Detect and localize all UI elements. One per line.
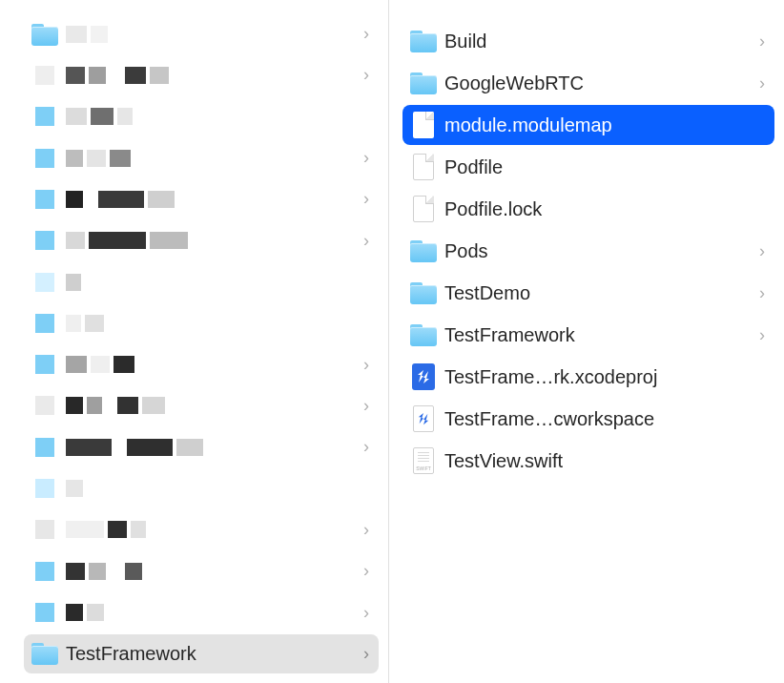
item-testframework[interactable]: TestFramework › bbox=[402, 315, 774, 355]
item-xcodeproj[interactable]: TestFrame…rk.xcodeproj bbox=[402, 357, 774, 397]
list-item-label: module.modulemap bbox=[444, 114, 765, 136]
folder-icon bbox=[30, 638, 60, 669]
folder-icon bbox=[408, 68, 439, 98]
list-item-label: TestFramework bbox=[444, 324, 753, 346]
item-podfile-lock[interactable]: Podfile.lock bbox=[402, 189, 774, 229]
list-item[interactable]: › bbox=[24, 510, 379, 549]
list-item-label: TestFramework bbox=[66, 643, 358, 665]
list-item-label: GoogleWebRTC bbox=[444, 72, 753, 94]
obscured-label bbox=[66, 563, 358, 580]
chevron-right-icon: › bbox=[753, 283, 765, 303]
folder-icon bbox=[30, 556, 60, 587]
swift-file-icon: SWIFT bbox=[408, 445, 439, 476]
obscured-label bbox=[66, 274, 369, 291]
obscured-label bbox=[66, 604, 358, 621]
obscured-label bbox=[66, 108, 369, 125]
list-item-label: Podfile bbox=[444, 156, 765, 178]
finder-columns: › › bbox=[0, 0, 784, 683]
chevron-right-icon: › bbox=[358, 603, 369, 623]
chevron-right-icon: › bbox=[358, 561, 369, 581]
list-item[interactable]: › bbox=[24, 345, 379, 384]
chevron-right-icon: › bbox=[753, 241, 765, 261]
folder-icon bbox=[30, 390, 60, 421]
list-item[interactable]: › bbox=[24, 386, 379, 425]
list-item[interactable]: › bbox=[24, 55, 379, 94]
obscured-label bbox=[66, 397, 358, 414]
folder-icon bbox=[30, 143, 60, 174]
xcodeproj-icon bbox=[408, 362, 439, 392]
list-item-label: Podfile.lock bbox=[444, 198, 765, 220]
file-icon bbox=[408, 152, 439, 182]
list-item[interactable]: › bbox=[24, 427, 379, 466]
chevron-right-icon: › bbox=[358, 355, 369, 375]
list-item[interactable]: › bbox=[24, 221, 379, 260]
list-item[interactable]: › bbox=[24, 138, 379, 177]
chevron-right-icon: › bbox=[358, 189, 369, 209]
folder-icon bbox=[30, 597, 60, 628]
item-testview-swift[interactable]: SWIFT TestView.swift bbox=[402, 441, 774, 481]
obscured-label bbox=[66, 150, 358, 167]
column-left: › › bbox=[0, 0, 389, 683]
obscured-label bbox=[66, 67, 358, 84]
item-testdemo[interactable]: TestDemo › bbox=[402, 273, 774, 313]
obscured-label bbox=[66, 356, 358, 373]
item-xcworkspace[interactable]: TestFrame…cworkspace bbox=[402, 399, 774, 439]
chevron-right-icon: › bbox=[358, 396, 369, 416]
item-module-modulemap[interactable]: module.modulemap bbox=[402, 105, 774, 145]
folder-icon bbox=[408, 236, 439, 266]
chevron-right-icon: › bbox=[358, 24, 369, 44]
item-podfile[interactable]: Podfile bbox=[402, 147, 774, 187]
folder-icon bbox=[30, 308, 60, 339]
folder-icon bbox=[408, 320, 439, 350]
list-item-label: TestFrame…rk.xcodeproj bbox=[444, 366, 765, 388]
list-item[interactable] bbox=[24, 468, 379, 507]
chevron-right-icon: › bbox=[358, 437, 369, 457]
column-right: Build › GoogleWebRTC › module.modulemap … bbox=[389, 0, 784, 683]
folder-icon bbox=[30, 60, 60, 91]
list-item-label: Pods bbox=[444, 240, 753, 262]
folder-icon bbox=[30, 225, 60, 256]
chevron-right-icon: › bbox=[753, 325, 765, 345]
obscured-label bbox=[66, 521, 358, 538]
file-icon bbox=[408, 110, 439, 140]
folder-icon bbox=[408, 26, 439, 56]
sidebar-item-testframework[interactable]: TestFramework › bbox=[24, 634, 379, 673]
chevron-right-icon: › bbox=[358, 231, 369, 251]
chevron-right-icon: › bbox=[753, 31, 765, 52]
chevron-right-icon: › bbox=[358, 644, 369, 664]
item-googlewebrtc[interactable]: GoogleWebRTC › bbox=[402, 63, 774, 103]
folder-icon bbox=[30, 267, 60, 298]
list-item-label: TestDemo bbox=[444, 282, 753, 304]
obscured-label bbox=[66, 26, 358, 43]
folder-icon bbox=[30, 101, 60, 132]
list-item-label: TestFrame…cworkspace bbox=[444, 408, 765, 430]
xcworkspace-icon bbox=[408, 404, 439, 434]
obscured-label bbox=[66, 480, 369, 497]
folder-icon bbox=[30, 473, 60, 504]
list-item[interactable] bbox=[24, 97, 379, 136]
item-pods[interactable]: Pods › bbox=[402, 231, 774, 271]
folder-icon bbox=[408, 278, 439, 308]
folder-icon bbox=[30, 19, 60, 50]
folder-icon bbox=[30, 514, 60, 545]
chevron-right-icon: › bbox=[753, 73, 765, 93]
obscured-label bbox=[66, 315, 369, 332]
list-item-label: TestView.swift bbox=[444, 450, 765, 472]
item-build[interactable]: Build › bbox=[402, 21, 774, 61]
list-item[interactable]: › bbox=[24, 14, 379, 53]
list-item[interactable]: › bbox=[24, 551, 379, 590]
folder-icon bbox=[30, 432, 60, 463]
list-item-label: Build bbox=[444, 31, 753, 52]
obscured-label bbox=[66, 439, 358, 456]
file-icon bbox=[408, 194, 439, 224]
obscured-label bbox=[66, 191, 358, 208]
obscured-label bbox=[66, 232, 358, 249]
list-item[interactable]: › bbox=[24, 179, 379, 218]
list-item[interactable] bbox=[24, 262, 379, 301]
list-item[interactable] bbox=[24, 303, 379, 342]
folder-icon bbox=[30, 349, 60, 380]
chevron-right-icon: › bbox=[358, 65, 369, 85]
list-item[interactable]: › bbox=[24, 592, 379, 631]
folder-icon bbox=[30, 184, 60, 215]
chevron-right-icon: › bbox=[358, 520, 369, 540]
